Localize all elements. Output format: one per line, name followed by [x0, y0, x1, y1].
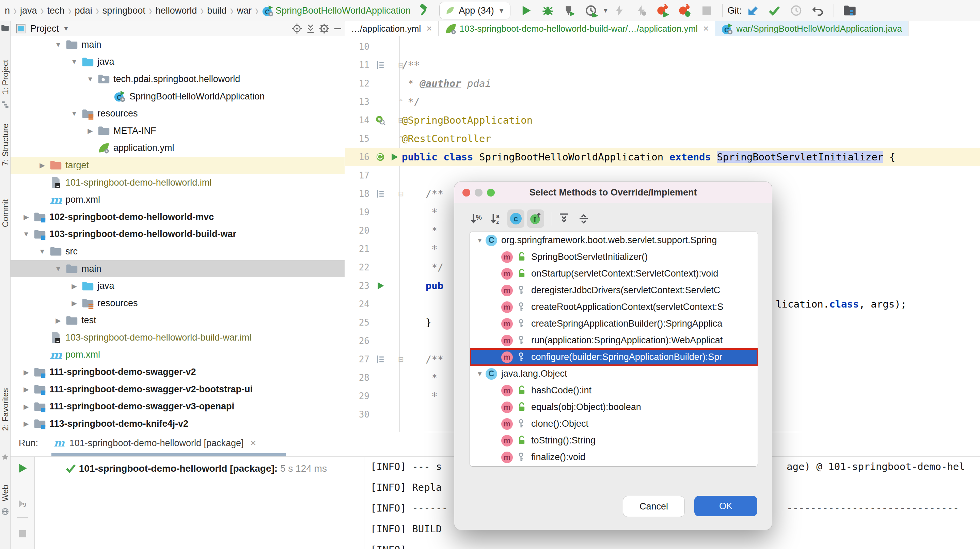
- rerun-button[interactable]: [16, 462, 29, 474]
- tree-row[interactable]: ▼tech.pdai.springboot.helloworld: [11, 70, 345, 88]
- dialog-method-row[interactable]: ▼monStartup(servletContext:ServletContex…: [470, 265, 758, 282]
- web-globe-icon[interactable]: [1, 508, 9, 516]
- tree-row[interactable]: ▶111-springboot-demo-swagger-v3-openapi: [11, 398, 345, 415]
- tree-row[interactable]: ▶java: [11, 277, 345, 294]
- dialog-method-row[interactable]: ▼mfinalize():void: [470, 449, 758, 466]
- bookmark-star-icon[interactable]: [1, 453, 9, 461]
- ok-button[interactable]: OK: [694, 496, 757, 516]
- run-configuration-select[interactable]: App (34) ▼: [439, 2, 511, 19]
- dialog-method-row[interactable]: ▼mhashCode():int: [470, 382, 758, 399]
- profile-with-intellij-profiler-button[interactable]: [655, 3, 670, 18]
- tree-row[interactable]: ▼103-springboot-demo-helloworld-build-wa…: [11, 226, 345, 243]
- project-view-dropdown-icon[interactable]: ▼: [63, 25, 69, 32]
- project-tool-icon[interactable]: [1, 24, 9, 32]
- tree-row[interactable]: ▶113-springboot-demo-knife4j-v2: [11, 415, 345, 432]
- run-method-icon[interactable]: [374, 277, 387, 295]
- profile-with-async-profiler-button[interactable]: [677, 3, 692, 18]
- dialog-method-row[interactable]: ▼mclone():Object: [470, 415, 758, 432]
- build-hammer-icon[interactable]: [416, 3, 431, 18]
- rollback-button[interactable]: [810, 3, 826, 18]
- tree-expand-icon[interactable]: ▶: [19, 213, 34, 221]
- tree-row[interactable]: ▼resources: [11, 105, 345, 122]
- settings-gear-icon[interactable]: [317, 22, 331, 35]
- dialog-method-row[interactable]: ▼mequals(obj:Object):boolean: [470, 399, 758, 415]
- run-class-icon[interactable]: [388, 148, 400, 166]
- breadcrumb-item[interactable]: war: [237, 5, 251, 16]
- tree-row[interactable]: mpom.xml: [11, 346, 345, 364]
- breadcrumb-item[interactable]: helloworld: [156, 5, 197, 16]
- tree-expand-icon[interactable]: ▼: [51, 265, 66, 273]
- tab-close-icon[interactable]: ×: [703, 23, 709, 34]
- collapse-all-icon[interactable]: [575, 210, 592, 228]
- tree-row[interactable]: ▼main: [11, 36, 345, 54]
- collapse-all-icon[interactable]: [304, 22, 317, 35]
- editor-tab[interactable]: 103-springboot-demo-helloworld-build-war…: [439, 21, 716, 36]
- breadcrumb-item[interactable]: pdai: [75, 5, 92, 16]
- tree-expand-icon[interactable]: ▼: [67, 110, 82, 118]
- tree-row[interactable]: ▶111-springboot-demo-swagger-v2: [11, 363, 345, 381]
- breadcrumb-item[interactable]: springboot: [102, 5, 145, 16]
- project-panel-title[interactable]: Project: [30, 24, 59, 34]
- tree-expand-icon[interactable]: ▼: [83, 75, 98, 83]
- tree-expand-icon[interactable]: ▶: [19, 420, 34, 428]
- dialog-method-row[interactable]: ▼mcreateSpringApplicationBuilder():Sprin…: [470, 315, 758, 332]
- show-classes-toggle[interactable]: c: [508, 210, 524, 228]
- tree-row[interactable]: ▶102-springboot-demo-helloworld-mvc: [11, 208, 345, 226]
- expand-all-icon[interactable]: [555, 210, 573, 228]
- tree-expand-icon[interactable]: ▶: [67, 282, 82, 290]
- tree-row[interactable]: 103-springboot-demo-helloworld-build-war…: [11, 329, 345, 346]
- stripe-structure-button[interactable]: 7: Structure: [1, 124, 10, 166]
- tree-row[interactable]: 101-springboot-demo-helloworld.iml: [11, 174, 345, 191]
- sort-alphabetically-icon[interactable]: az: [488, 210, 504, 228]
- tree-row[interactable]: ▶test: [11, 312, 345, 329]
- zoom-traffic-button[interactable]: [487, 189, 495, 197]
- tree-row[interactable]: ▼src: [11, 243, 345, 260]
- tree-expand-icon[interactable]: ▼: [19, 230, 34, 238]
- tree-row[interactable]: ▶resources: [11, 294, 345, 312]
- tree-expand-icon[interactable]: ▼: [67, 58, 82, 66]
- profiler-button[interactable]: [584, 3, 599, 18]
- run-button[interactable]: [519, 3, 534, 18]
- tree-expand-icon[interactable]: ▶: [19, 385, 34, 393]
- tree-expand-icon[interactable]: ▶: [83, 127, 98, 135]
- tree-expand-icon[interactable]: ▶: [51, 317, 66, 325]
- editor-tab[interactable]: Cwar/SpringBootHelloWorldApplication.jav…: [715, 21, 908, 36]
- show-interfaces-toggle[interactable]: I: [527, 210, 544, 228]
- run-result-row[interactable]: 101-springboot-demo-helloworld [package]…: [65, 463, 327, 474]
- tree-expand-icon[interactable]: ▼: [51, 41, 66, 49]
- tree-expand-icon[interactable]: ▼: [35, 248, 50, 255]
- breadcrumb-item[interactable]: tech: [47, 5, 65, 16]
- dialog-method-row[interactable]: ▼mrun(application:SpringApplication):Web…: [470, 332, 758, 349]
- project-structure-icon[interactable]: [842, 3, 857, 18]
- tree-expand-icon[interactable]: ▼: [474, 237, 485, 244]
- run-tab[interactable]: 101-springboot-demo-helloworld [package]: [70, 438, 244, 449]
- breadcrumb-item[interactable]: build: [207, 5, 226, 16]
- tree-row[interactable]: CSpringBootHelloWorldApplication: [11, 88, 345, 105]
- hide-panel-icon[interactable]: [331, 22, 345, 35]
- tree-row[interactable]: ▼main: [11, 260, 345, 278]
- coverage-button[interactable]: [562, 3, 577, 18]
- breadcrumb-item[interactable]: java: [20, 5, 37, 16]
- close-traffic-button[interactable]: [462, 189, 470, 197]
- stripe-commit-button[interactable]: Commit: [1, 199, 10, 227]
- tree-row[interactable]: ▶111-springboot-demo-swagger-v2-bootstra…: [11, 381, 345, 398]
- stripe-web-button[interactable]: Web: [1, 485, 10, 501]
- tree-row[interactable]: ▶META-INF: [11, 122, 345, 140]
- dialog-method-row[interactable]: ▼mderegisterJdbcDrivers(servletContext:S…: [470, 282, 758, 299]
- debug-button[interactable]: [540, 3, 555, 18]
- dialog-method-row[interactable]: ▼mconfigure(builder:SpringApplicationBui…: [470, 349, 758, 366]
- tree-expand-icon[interactable]: ▶: [19, 403, 34, 411]
- stripe-favorites-button[interactable]: 2: Favorites: [1, 388, 10, 431]
- dialog-method-row[interactable]: ▼mtoString():String: [470, 432, 758, 449]
- locate-file-icon[interactable]: [290, 22, 304, 35]
- git-update-button[interactable]: [745, 3, 760, 18]
- profiler-dropdown-icon[interactable]: ▼: [602, 7, 608, 14]
- structure-tool-icon[interactable]: [1, 100, 9, 108]
- sort-by-percent-icon[interactable]: %: [468, 210, 485, 228]
- tree-expand-icon[interactable]: ▶: [35, 161, 50, 169]
- tree-expand-icon[interactable]: ▶: [19, 368, 34, 376]
- dialog-class-row[interactable]: ▼Corg.springframework.boot.web.servlet.s…: [470, 232, 758, 248]
- tree-row[interactable]: mpom.xml: [11, 191, 345, 208]
- tree-row[interactable]: ▼java: [11, 54, 345, 71]
- run-tab-close-icon[interactable]: ×: [251, 438, 256, 449]
